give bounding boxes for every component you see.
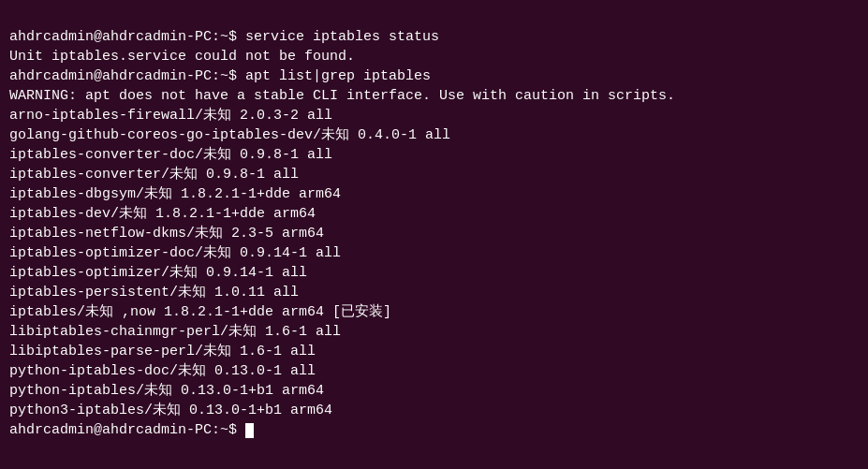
terminal-line: ahdrcadmin@ahdrcadmin-PC:~$ (9, 420, 859, 440)
terminal-line: ahdrcadmin@ahdrcadmin-PC:~$ service ipta… (9, 27, 859, 47)
terminal-line: WARNING: apt does not have a stable CLI … (9, 86, 859, 106)
terminal-line: python-iptables-doc/未知 0.13.0-1 all (9, 361, 859, 381)
terminal-line: iptables-converter-doc/未知 0.9.8-1 all (9, 145, 859, 165)
terminal-line: Unit iptables.service could not be found… (9, 47, 859, 66)
terminal-line: iptables-persistent/未知 1.0.11 all (9, 283, 859, 302)
terminal-window[interactable]: ahdrcadmin@ahdrcadmin-PC:~$ service ipta… (0, 0, 868, 469)
terminal-line: golang-github-coreos-go-iptables-dev/未知 … (9, 125, 859, 145)
terminal-line: arno-iptables-firewall/未知 2.0.3-2 all (9, 106, 859, 125)
terminal-line: iptables-converter/未知 0.9.8-1 all (9, 165, 859, 184)
terminal-cursor (245, 423, 254, 438)
terminal-line: libiptables-parse-perl/未知 1.6-1 all (9, 342, 859, 361)
terminal-line: iptables-dev/未知 1.8.2.1-1+dde arm64 (9, 204, 859, 224)
terminal-line: iptables/未知 ,now 1.8.2.1-1+dde arm64 [已安… (9, 302, 859, 322)
terminal-line: iptables-optimizer-doc/未知 0.9.14-1 all (9, 243, 859, 263)
terminal-line: iptables-netflow-dkms/未知 2.3-5 arm64 (9, 224, 859, 243)
terminal-line: python3-iptables/未知 0.13.0-1+b1 arm64 (9, 401, 859, 420)
terminal-line: python-iptables/未知 0.13.0-1+b1 arm64 (9, 381, 859, 401)
terminal-line: iptables-dbgsym/未知 1.8.2.1-1+dde arm64 (9, 184, 859, 204)
terminal-line: ahdrcadmin@ahdrcadmin-PC:~$ apt list|gre… (9, 66, 859, 86)
terminal-line: iptables-optimizer/未知 0.9.14-1 all (9, 263, 859, 283)
terminal-line: libiptables-chainmgr-perl/未知 1.6-1 all (9, 322, 859, 342)
